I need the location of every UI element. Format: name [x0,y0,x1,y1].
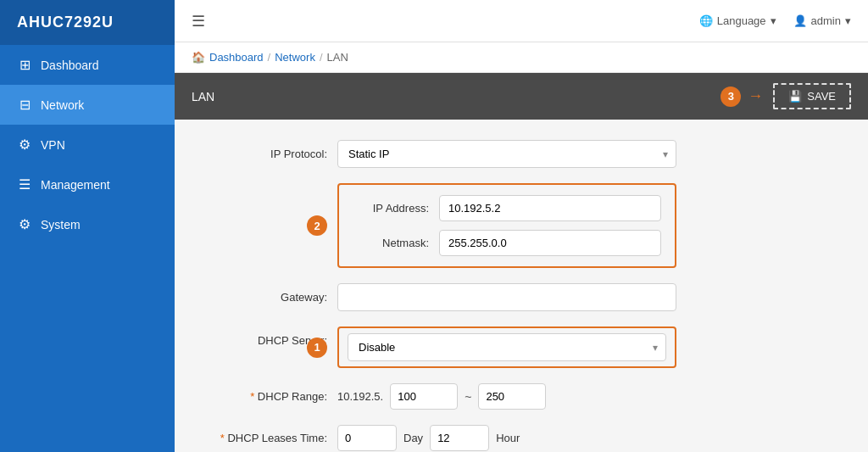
ip-protocol-row: IP Protocol: Static IP DHCP PPPoE ▾ [209,140,834,168]
globe-icon: 🌐 [699,14,713,27]
ip-protocol-select-wrapper: Static IP DHCP PPPoE ▾ [337,140,676,168]
topbar-left: ☰ [192,12,205,31]
network-icon: ⊟ [17,97,32,113]
dhcp-orange-section: Disable Enable ▾ [337,326,676,368]
netmask-label: Netmask: [353,237,429,249]
callout-1: 1 [307,338,327,358]
dhcp-select-wrapper: Disable Enable ▾ [348,333,666,361]
dhcp-leases-required: * [220,432,225,444]
dhcp-range-end-input[interactable] [478,383,546,410]
admin-menu[interactable]: 👤 admin ▾ [793,14,851,27]
breadcrumb-sep2: / [320,51,323,64]
dhcp-server-select[interactable]: Disable Enable [348,333,666,361]
sidebar-item-vpn[interactable]: ⚙ VPN [0,125,175,165]
content-area: IP Protocol: Static IP DHCP PPPoE ▾ 2 IP… [175,120,868,452]
management-icon: ☰ [17,176,32,193]
netmask-row: Netmask: [353,230,661,256]
sidebar: AHUC7292U ⊞ Dashboard ⊟ Network ⚙ VPN ☰ … [0,0,175,452]
dhcp-range-prefix: 10.192.5. [337,390,383,403]
dhcp-range-required: * [250,390,254,403]
dhcp-range-inputs: 10.192.5. ~ [337,383,676,410]
dashboard-icon: ⊞ [17,57,32,73]
sidebar-item-management[interactable]: ☰ Management [0,165,175,204]
breadcrumb: 🏠 Dashboard / Network / LAN [175,42,868,73]
ip-orange-wrapper: 2 IP Address: Netmask: [337,183,676,268]
dhcp-range-label: * DHCP Range: [209,390,327,403]
arrow-icon: → [748,87,763,105]
app-title: AHUC7292U [0,0,175,45]
admin-chevron-icon: ▾ [845,14,851,27]
sidebar-item-label: System [41,218,81,232]
user-icon: 👤 [793,14,807,27]
sidebar-item-label: Management [41,178,110,192]
sidebar-item-label: Network [41,98,84,112]
hamburger-icon[interactable]: ☰ [192,12,205,31]
home-icon: 🏠 [192,51,205,64]
system-icon: ⚙ [17,216,32,232]
save-button[interactable]: 💾 SAVE [773,83,851,109]
save-icon: 💾 [788,90,802,103]
main-content: ☰ 🌐 Language ▾ 👤 admin ▾ 🏠 Dashboard / N… [175,0,868,452]
ip-protocol-label: IP Protocol: [209,148,327,160]
leases-inputs: Day Hour [337,425,676,451]
gateway-input[interactable] [337,283,676,311]
breadcrumb-home[interactable]: Dashboard [209,51,264,64]
sidebar-item-system[interactable]: ⚙ System [0,204,175,244]
language-chevron-icon: ▾ [771,14,776,27]
breadcrumb-lan: LAN [327,51,348,64]
hour-unit-label: Hour [496,432,520,444]
gateway-row: Gateway: [209,283,834,311]
sidebar-item-dashboard[interactable]: ⊞ Dashboard [0,45,175,85]
language-label: Language [717,14,766,27]
dhcp-leases-hour-input[interactable] [430,425,489,451]
save-label: SAVE [807,90,836,103]
admin-label: admin [811,14,841,27]
dhcp-range-row: * DHCP Range: 10.192.5. ~ [209,383,834,410]
language-selector[interactable]: 🌐 Language ▾ [699,14,776,27]
breadcrumb-sep1: / [268,51,271,64]
dhcp-range-start-input[interactable] [390,383,458,410]
topbar: ☰ 🌐 Language ▾ 👤 admin ▾ [175,0,868,42]
ip-address-label: IP Address: [353,202,429,215]
dhcp-leases-label-text: DHCP Leases Time: [227,432,327,444]
gateway-label: Gateway: [209,291,327,304]
page-title: LAN [192,90,214,103]
netmask-input[interactable] [439,230,661,256]
day-unit-label: Day [403,432,423,444]
ip-address-input[interactable] [439,195,661,221]
dhcp-range-label-text: DHCP Range: [258,390,327,403]
callout-2: 2 [307,215,327,236]
tilde-separator: ~ [465,390,471,404]
page-header: LAN 3 → 💾 SAVE [175,73,868,120]
sidebar-item-network[interactable]: ⊟ Network [0,85,175,125]
dhcp-server-wrapper: DHCP Server: 1 Disable Enable ▾ [209,326,834,368]
dhcp-leases-day-input[interactable] [337,425,397,451]
ip-protocol-select[interactable]: Static IP DHCP PPPoE [337,140,676,168]
ip-orange-section: IP Address: Netmask: [337,183,676,268]
sidebar-item-label: VPN [41,138,65,152]
vpn-icon: ⚙ [17,137,32,153]
breadcrumb-network[interactable]: Network [275,51,315,64]
topbar-right: 🌐 Language ▾ 👤 admin ▾ [699,14,851,27]
ip-section: 2 IP Address: Netmask: [209,183,834,268]
dhcp-leases-label: * DHCP Leases Time: [209,432,327,444]
ip-address-row: IP Address: [353,195,661,221]
sidebar-item-label: Dashboard [41,59,99,72]
dhcp-server-section: 1 Disable Enable ▾ [337,326,676,368]
dhcp-leases-row: * DHCP Leases Time: Day Hour [209,425,834,451]
callout-3: 3 [721,86,741,107]
